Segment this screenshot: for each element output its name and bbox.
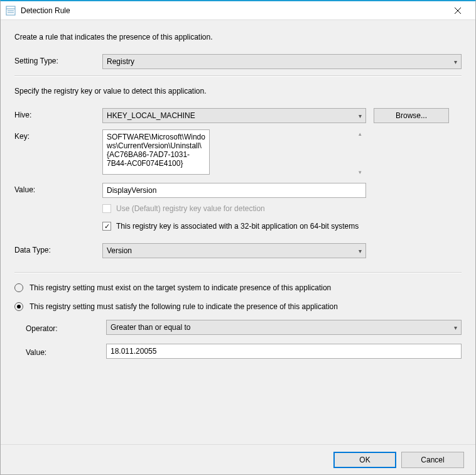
chevron-down-icon: ▾ <box>359 112 362 119</box>
setting-type-label: Setting Type: <box>14 54 102 65</box>
hive-label: Hive: <box>14 108 102 119</box>
hive-dropdown[interactable]: HKEY_LOCAL_MACHINE ▾ <box>102 108 366 123</box>
intro-text: Create a rule that indicates the presenc… <box>14 33 462 41</box>
divider <box>14 75 462 77</box>
rule-value-input[interactable] <box>106 344 462 359</box>
scroll-down-icon: ▾ <box>355 169 365 175</box>
is-32bit-checkbox[interactable] <box>102 222 111 231</box>
operator-value: Greater than or equal to <box>111 323 190 332</box>
use-default-label: Use (Default) registry key value for det… <box>116 204 265 213</box>
close-button[interactable] <box>445 2 470 19</box>
scrollbar: ▴ ▾ <box>355 131 365 175</box>
use-default-checkbox-row: Use (Default) registry key value for det… <box>102 204 462 213</box>
rule-value-label: Value: <box>26 346 106 357</box>
radio-satisfy-row[interactable]: This registry setting must satisfy the f… <box>14 302 462 311</box>
value-input[interactable] <box>102 183 366 198</box>
rule-value-row: Value: <box>26 344 462 359</box>
chevron-down-icon: ▾ <box>359 248 362 254</box>
value-row: Value: <box>14 183 462 198</box>
titlebar: Detection Rule <box>1 1 475 20</box>
dialog-window: Detection Rule Create a rule that indica… <box>0 0 476 475</box>
chevron-down-icon: ▾ <box>454 324 457 331</box>
key-textarea[interactable] <box>102 129 210 175</box>
setting-type-row: Setting Type: Registry ▾ <box>14 54 462 69</box>
radio-exists-row[interactable]: This registry setting must exist on the … <box>14 283 462 292</box>
data-type-dropdown[interactable]: Version ▾ <box>102 243 366 258</box>
hive-row: Hive: HKEY_LOCAL_MACHINE ▾ Browse... <box>14 108 462 123</box>
is-32bit-checkbox-row[interactable]: This registry key is associated with a 3… <box>102 222 462 231</box>
radio-satisfy-label: This registry setting must satisfy the f… <box>30 302 338 311</box>
registry-intro: Specify the registry key or value to det… <box>14 87 462 96</box>
divider <box>14 272 462 273</box>
key-row: Key: ▴ ▾ <box>14 129 462 177</box>
window-title: Detection Rule <box>21 6 445 15</box>
key-label: Key: <box>14 129 102 141</box>
setting-type-value: Registry <box>107 57 134 66</box>
data-type-row: Data Type: Version ▾ <box>14 243 462 258</box>
dialog-footer: OK Cancel <box>1 444 475 474</box>
operator-label: Operator: <box>26 322 106 333</box>
data-type-label: Data Type: <box>14 243 102 254</box>
radio-exists-label: This registry setting must exist on the … <box>30 283 331 292</box>
ok-button[interactable]: OK <box>333 452 396 468</box>
data-type-value: Version <box>107 246 132 255</box>
browse-button[interactable]: Browse... <box>374 108 449 123</box>
chevron-down-icon: ▾ <box>454 58 457 65</box>
operator-dropdown[interactable]: Greater than or equal to ▾ <box>106 320 462 335</box>
app-icon <box>6 6 16 16</box>
value-label: Value: <box>14 183 102 194</box>
hive-value: HKEY_LOCAL_MACHINE <box>107 111 195 120</box>
close-icon <box>455 8 461 14</box>
is-32bit-label: This registry key is associated with a 3… <box>116 222 359 231</box>
radio-satisfy[interactable] <box>14 302 23 311</box>
dialog-content: Create a rule that indicates the presenc… <box>1 20 475 444</box>
setting-type-dropdown[interactable]: Registry ▾ <box>102 54 462 69</box>
cancel-button[interactable]: Cancel <box>401 452 464 468</box>
use-default-checkbox <box>102 204 111 213</box>
rule-subsection: Operator: Greater than or equal to ▾ Val… <box>26 320 462 359</box>
operator-row: Operator: Greater than or equal to ▾ <box>26 320 462 335</box>
scroll-up-icon: ▴ <box>355 131 365 137</box>
radio-exists[interactable] <box>14 283 23 292</box>
